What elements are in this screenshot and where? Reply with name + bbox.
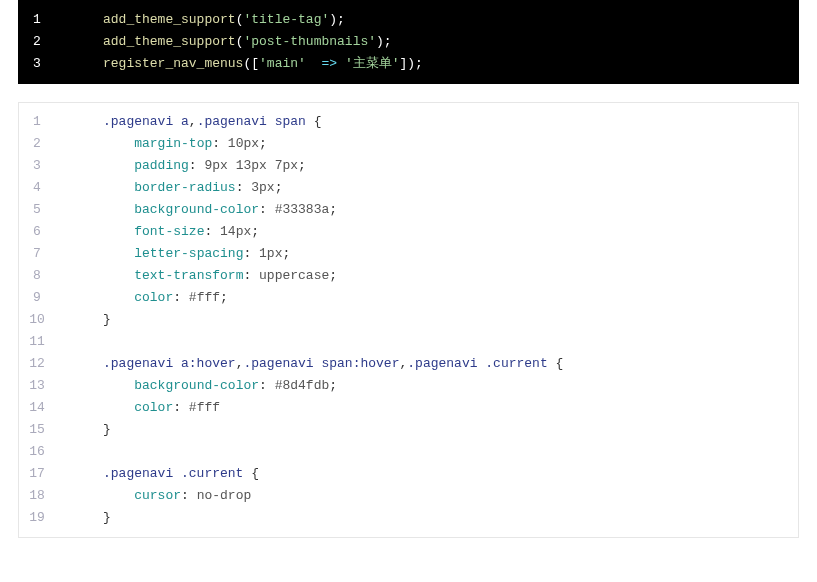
code-token: uppercase [259, 268, 329, 283]
code-token: margin-top [134, 136, 212, 151]
code-token: ; [251, 224, 259, 239]
line-number: 8 [23, 265, 51, 287]
code-line: background-color: #8d4fdb; [103, 375, 798, 397]
code-line: letter-spacing: 1px; [103, 243, 798, 265]
code-token: { [314, 114, 322, 129]
code-token [103, 136, 134, 151]
code-token: no-drop [197, 488, 252, 503]
code-token: : [243, 268, 259, 283]
code-token: ; [329, 202, 337, 217]
line-number: 1 [23, 9, 51, 31]
line-number: 3 [23, 53, 51, 75]
code-token: 'post-thumbnails' [243, 34, 376, 49]
code-token [103, 488, 134, 503]
code-token: : [181, 488, 197, 503]
code-line: background-color: #33383a; [103, 199, 798, 221]
code-line: margin-top: 10px; [103, 133, 798, 155]
code-token: : [204, 224, 220, 239]
code-line: padding: 9px 13px 7px; [103, 155, 798, 177]
code-token [103, 400, 134, 415]
code-token [103, 378, 134, 393]
line-number: 17 [23, 463, 51, 485]
line-number: 15 [23, 419, 51, 441]
code-line: color: #fff; [103, 287, 798, 309]
code-token: border-radius [134, 180, 235, 195]
code-token: : [212, 136, 228, 151]
line-number: 5 [23, 199, 51, 221]
code-token: 14px [220, 224, 251, 239]
code-token: cursor [134, 488, 181, 503]
code-line: add_theme_support('title-tag'); [103, 9, 798, 31]
code-token: .pagenavi span [197, 114, 314, 129]
code-token: 1px [259, 246, 282, 261]
code-line: border-radius: 3px; [103, 177, 798, 199]
code-line: color: #fff [103, 397, 798, 419]
code-token: #33383a [275, 202, 330, 217]
code-token: .pagenavi span:hover [243, 356, 399, 371]
code-token: text-transform [134, 268, 243, 283]
code-line: .pagenavi a,.pagenavi span { [103, 111, 798, 133]
code-token: #8d4fdb [275, 378, 330, 393]
code-line: cursor: no-drop [103, 485, 798, 507]
line-number: 16 [23, 441, 51, 463]
code-line: .pagenavi a:hover,.pagenavi span:hover,.… [103, 353, 798, 375]
code-token: } [103, 510, 111, 525]
line-number: 2 [23, 31, 51, 53]
code-token: ; [220, 290, 228, 305]
code-token: add_theme_support [103, 34, 236, 49]
code-token [103, 224, 134, 239]
line-number: 6 [23, 221, 51, 243]
code-token: 9px 13px 7px [204, 158, 298, 173]
code-token: 'title-tag' [243, 12, 329, 27]
line-number-gutter: 123 [19, 9, 59, 75]
code-token: ; [329, 378, 337, 393]
code-token: background-color [134, 202, 259, 217]
code-token: ; [259, 136, 267, 151]
code-token: : [173, 400, 189, 415]
code-line: } [103, 309, 798, 331]
code-token: letter-spacing [134, 246, 243, 261]
code-content: .pagenavi a,.pagenavi span { margin-top:… [59, 111, 798, 529]
code-token: register_nav_menus [103, 56, 243, 71]
code-token: => [321, 56, 337, 71]
code-token: : [189, 158, 205, 173]
line-number: 12 [23, 353, 51, 375]
line-number: 13 [23, 375, 51, 397]
code-line: add_theme_support('post-thumbnails'); [103, 31, 798, 53]
line-number-gutter: 12345678910111213141516171819 [19, 111, 59, 529]
code-line: register_nav_menus(['main' => '主菜单']); [103, 53, 798, 75]
line-number: 11 [23, 331, 51, 353]
code-token: ([ [243, 56, 259, 71]
code-token [103, 158, 134, 173]
code-token: color [134, 290, 173, 305]
code-token: 3px [251, 180, 274, 195]
code-token: background-color [134, 378, 259, 393]
css-code-block: 12345678910111213141516171819 .pagenavi … [18, 102, 799, 538]
line-number: 2 [23, 133, 51, 155]
code-token: '主菜单' [345, 56, 400, 71]
code-token: ]); [400, 56, 423, 71]
code-token: #fff [189, 400, 220, 415]
code-token: : [259, 202, 275, 217]
code-token: .pagenavi a:hover [103, 356, 236, 371]
code-token [103, 246, 134, 261]
code-token [103, 180, 134, 195]
code-line: text-transform: uppercase; [103, 265, 798, 287]
code-line: font-size: 14px; [103, 221, 798, 243]
code-token: padding [134, 158, 189, 173]
code-token [306, 56, 322, 71]
code-token [103, 290, 134, 305]
php-code-block: 123 add_theme_support('title-tag');add_t… [18, 0, 799, 84]
code-line [103, 331, 798, 353]
code-token: ; [275, 180, 283, 195]
code-token: : [236, 180, 252, 195]
code-token [103, 202, 134, 217]
code-token: #fff [189, 290, 220, 305]
line-number: 1 [23, 111, 51, 133]
code-token: ; [282, 246, 290, 261]
code-token: 'main' [259, 56, 306, 71]
line-number: 14 [23, 397, 51, 419]
line-number: 9 [23, 287, 51, 309]
code-token: ); [376, 34, 392, 49]
code-token: ; [329, 268, 337, 283]
